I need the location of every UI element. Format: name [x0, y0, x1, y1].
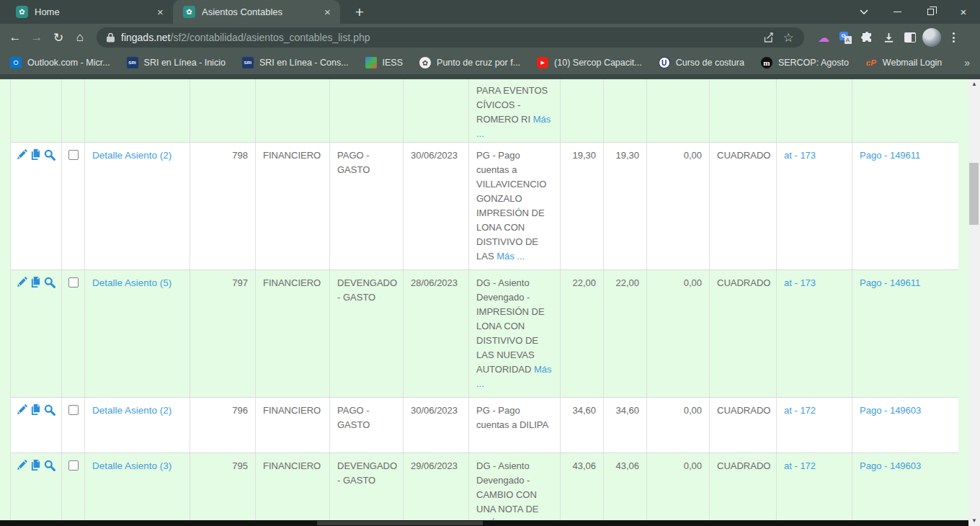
tab-strip-tabs: ✿Home×✿Asientos Contables× [0, 0, 340, 24]
tab-home[interactable]: ✿Home× [6, 0, 173, 24]
home-icon[interactable]: ⌂ [69, 27, 91, 48]
detalle-asiento-link[interactable]: Detalle Asiento (3) [92, 460, 172, 471]
minimize-button[interactable] [881, 0, 914, 24]
horizontal-scrollbar-thumb[interactable] [317, 521, 483, 525]
pago-link[interactable]: Pago - 149603 [860, 460, 921, 471]
detalle-asiento-link[interactable]: Detalle Asiento (5) [92, 277, 172, 288]
row-actions [11, 270, 62, 397]
edit-pencil-icon[interactable] [17, 277, 27, 287]
edit-pencil-icon[interactable] [17, 404, 27, 415]
copy-icon[interactable] [30, 149, 41, 160]
tab-search-chevron-icon[interactable] [847, 0, 881, 24]
view-magnifier-icon[interactable] [44, 277, 55, 288]
at-link[interactable]: at - 172 [784, 460, 816, 471]
bookmark-label: (10) Sercop Capacit... [554, 58, 642, 68]
cell-diferencia: 0,00 [647, 270, 710, 397]
mas-link[interactable]: Más ... [496, 251, 525, 262]
page-content: PARA EVENTOS CÍVICOS - ROMERO RI Más ...… [0, 74, 980, 526]
copy-icon[interactable] [30, 277, 41, 287]
vertical-scrollbar-thumb[interactable] [969, 163, 979, 225]
cell-numero: 798 [190, 143, 256, 269]
detalle-asiento-link[interactable]: Detalle Asiento (2) [92, 150, 172, 161]
tab-close-icon[interactable]: × [153, 5, 167, 19]
bookmark-curso-costura[interactable]: UCurso de costura [659, 57, 744, 68]
mas-link[interactable]: Más ... [476, 114, 551, 139]
cell-pago-ref: Pago - 149611 [852, 270, 958, 397]
new-tab-button[interactable]: + [349, 1, 370, 23]
copy-icon[interactable] [30, 404, 41, 415]
profile-avatar[interactable] [921, 27, 943, 48]
cell-detalle: Detalle Asiento (5) [85, 270, 190, 397]
scroll-down-arrow[interactable]: ▼ [968, 516, 980, 526]
detalle-asiento-link[interactable]: Detalle Asiento (2) [92, 405, 172, 416]
bookmark-items: OOutlook.com - Micr...SRISRI en Línea - … [10, 57, 958, 68]
row-checkbox[interactable] [68, 277, 79, 287]
edit-pencil-icon[interactable] [17, 460, 27, 471]
cell-tipo: FINANCIERO [256, 143, 330, 269]
bookmark-label: Outlook.com - Micr... [27, 58, 110, 68]
bookmark-star-icon[interactable]: ☆ [778, 28, 798, 47]
cell-debe: 34,60 [561, 398, 604, 453]
edit-pencil-icon[interactable] [17, 149, 27, 160]
bookmark-cpanel[interactable]: cPWebmail Login [865, 57, 942, 68]
mas-link[interactable]: Más ... [476, 364, 552, 389]
reload-icon[interactable]: ↻ [48, 27, 69, 48]
tab-asientos-contables[interactable]: ✿Asientos Contables× [173, 0, 340, 24]
view-magnifier-icon[interactable] [44, 404, 55, 416]
restore-button[interactable] [914, 0, 947, 24]
tab-close-icon[interactable]: × [321, 5, 334, 19]
at-link[interactable]: at - 172 [784, 405, 816, 416]
row-checkbox[interactable] [68, 460, 79, 471]
bookmark-iess[interactable]: IESS [365, 57, 404, 68]
row-checkbox[interactable] [68, 150, 79, 160]
cell-descripcion: PG - Pago cuentas a VILLAVICENCIO GONZAL… [469, 143, 561, 269]
cloud-extension-icon[interactable]: ☁ [813, 27, 834, 48]
forward-icon[interactable]: → [26, 27, 48, 48]
cell-movimiento: DEVENGADO - GASTO [330, 453, 404, 520]
cell-fecha: 29/06/2023 [404, 453, 469, 520]
bookmark-youtube[interactable]: ▶(10) Sercop Capacit... [537, 57, 642, 68]
extensions-puzzle-icon[interactable] [856, 27, 878, 48]
downloads-icon[interactable] [878, 27, 899, 48]
cell-haber: 43,06 [604, 453, 647, 520]
row-actions [11, 143, 62, 269]
bookmark-punto-de-cruz[interactable]: ✿Punto de cruz por f... [419, 57, 520, 68]
table-row-795: Detalle Asiento (3)795FINANCIERODEVENGAD… [11, 453, 958, 520]
close-button[interactable]: × [947, 0, 980, 24]
horizontal-scrollbar[interactable] [0, 520, 968, 526]
cell-estado: CUADRADO [710, 270, 777, 397]
at-link[interactable]: at - 173 [784, 150, 816, 161]
row-actions [11, 398, 62, 453]
cell-movimiento: DEVENGADO - GASTO [330, 270, 404, 397]
cell-movimiento: PAGO - GASTO [330, 398, 404, 453]
bookmark-sercop[interactable]: mSERCOP: Agosto [761, 57, 849, 68]
copy-icon[interactable] [30, 460, 41, 471]
side-panel-icon[interactable] [899, 27, 921, 48]
view-magnifier-icon[interactable] [44, 460, 55, 471]
cell-detalle: Detalle Asiento (3) [85, 453, 190, 520]
pago-link[interactable]: Pago - 149603 [860, 405, 921, 416]
pago-link[interactable]: Pago - 149611 [860, 150, 920, 161]
address-bar[interactable]: fingads.net/sf2/contabilidad/asientos_co… [97, 27, 804, 48]
cell-estado: CUADRADO [710, 143, 777, 269]
back-icon[interactable]: ← [4, 27, 26, 48]
bookmark-outlook[interactable]: OOutlook.com - Micr... [10, 57, 110, 68]
cell-at-ref: at - 173 [777, 270, 852, 397]
pago-link[interactable]: Pago - 149611 [860, 277, 920, 288]
outlook-icon: O [10, 57, 22, 68]
at-link[interactable]: at - 173 [784, 277, 816, 288]
translate-extension-icon[interactable]: GA [834, 27, 856, 48]
vertical-scrollbar[interactable]: ▲ ▼ [968, 79, 980, 526]
cell-diferencia: 0,00 [647, 453, 710, 520]
scroll-up-arrow[interactable]: ▲ [968, 79, 980, 89]
bookmark-sri[interactable]: SRISRI en Línea - Cons... [242, 57, 349, 68]
table-row-796: Detalle Asiento (2)796FINANCIEROPAGO - G… [11, 398, 958, 453]
row-checkbox[interactable] [68, 405, 79, 415]
menu-dots-icon[interactable] [943, 27, 964, 48]
share-icon[interactable] [758, 28, 778, 47]
bookmarks-overflow-chevron[interactable]: » [964, 57, 970, 68]
view-magnifier-icon[interactable] [44, 149, 55, 161]
cell-diferencia: 0,00 [647, 398, 710, 453]
bookmark-sri[interactable]: SRISRI en Línea - Inicio [127, 57, 226, 68]
cell-numero [190, 79, 256, 142]
